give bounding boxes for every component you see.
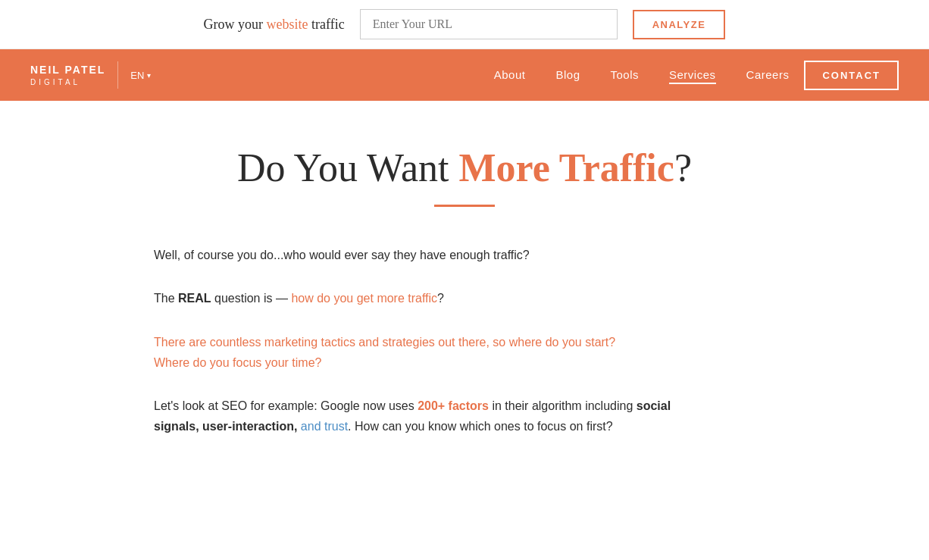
top-bar: Grow your website traffic ANALYZE [0,0,929,49]
factors-highlight: 200+ factors [418,399,489,412]
nav-link-blog[interactable]: Blog [555,68,580,81]
logo-divider [117,61,118,89]
url-input-wrapper [360,9,618,39]
contact-button[interactable]: CONTACT [804,61,899,90]
nav-link-tools[interactable]: Tools [610,68,639,81]
paragraph-3: There are countless marketing tactics an… [154,332,684,373]
nav-links: About Blog Tools Services Careers [494,68,790,82]
analyze-button[interactable]: ANALYZE [633,10,726,39]
lang-selector[interactable]: EN ▾ [130,70,151,81]
nav-item-tools[interactable]: Tools [610,68,639,82]
heading-divider [434,205,495,207]
nav-item-services[interactable]: Services [669,68,716,82]
heading-after: ? [674,146,692,189]
nav-item-about[interactable]: About [494,68,526,82]
url-input[interactable] [361,10,617,39]
main-content: Do You Want More Traffic? Well, of cours… [124,101,805,490]
real-bold: REAL [178,292,211,305]
paragraph-4: Let's look at SEO for example: Google no… [154,396,684,436]
nav-item-careers[interactable]: Careers [746,68,790,82]
heading-before: Do You Want [237,146,458,189]
heading-highlight: More Traffic [458,146,674,189]
tagline: Grow your website traffic [204,17,345,33]
nav-item-blog[interactable]: Blog [555,68,580,82]
logo-area: NEIL PATEL DIGITAL EN ▾ [30,61,151,89]
nav-link-about[interactable]: About [494,68,526,81]
nav-link-services[interactable]: Services [669,68,716,84]
chevron-down-icon: ▾ [147,71,151,80]
hero-heading: Do You Want More Traffic? [154,146,775,189]
paragraph-1: Well, of course you do...who would ever … [154,245,684,265]
navbar: NEIL PATEL DIGITAL EN ▾ About Blog Tools… [0,49,929,101]
trust-link: and trust [297,420,348,433]
logo: NEIL PATEL DIGITAL [30,63,105,86]
paragraph-2: The REAL question is — how do you get mo… [154,288,684,308]
tagline-highlight: website [267,17,308,32]
traffic-link[interactable]: how do you get more traffic [291,292,437,305]
content-section: Well, of course you do...who would ever … [154,245,684,436]
nav-link-careers[interactable]: Careers [746,68,790,81]
